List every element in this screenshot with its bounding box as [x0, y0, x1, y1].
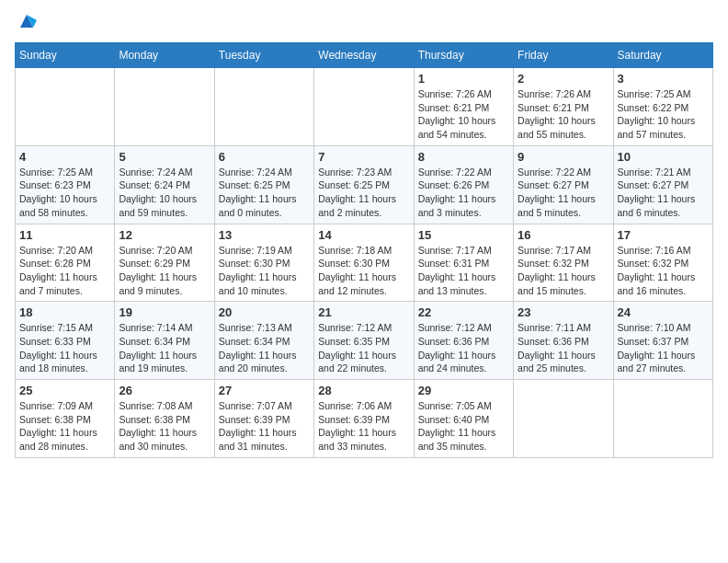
day-info: Sunrise: 7:25 AMSunset: 6:23 PMDaylight:… — [19, 166, 110, 220]
calendar-cell: 25Sunrise: 7:09 AMSunset: 6:38 PMDayligh… — [16, 380, 115, 458]
day-info: Sunrise: 7:05 AMSunset: 6:40 PMDaylight:… — [418, 399, 509, 454]
day-number: 12 — [119, 228, 210, 242]
day-number: 6 — [219, 150, 310, 164]
calendar-cell — [514, 380, 613, 458]
logo — [15, 15, 37, 31]
day-info: Sunrise: 7:21 AMSunset: 6:27 PMDaylight:… — [618, 166, 709, 220]
calendar-cell: 8Sunrise: 7:22 AMSunset: 6:26 PMDaylight… — [414, 145, 513, 224]
day-number: 11 — [19, 228, 110, 242]
day-info: Sunrise: 7:24 AMSunset: 6:25 PMDaylight:… — [219, 166, 310, 220]
day-info: Sunrise: 7:14 AMSunset: 6:34 PMDaylight:… — [119, 321, 210, 375]
day-info: Sunrise: 7:12 AMSunset: 6:36 PMDaylight:… — [418, 321, 509, 375]
logo-icon — [17, 11, 37, 31]
day-number: 24 — [618, 305, 709, 319]
day-number: 4 — [19, 150, 110, 164]
calendar-cell: 7Sunrise: 7:23 AMSunset: 6:25 PMDaylight… — [314, 145, 414, 224]
calendar-cell: 9Sunrise: 7:22 AMSunset: 6:27 PMDaylight… — [514, 145, 613, 224]
calendar-cell: 16Sunrise: 7:17 AMSunset: 6:32 PMDayligh… — [514, 224, 613, 302]
day-number: 26 — [119, 384, 210, 397]
day-number: 7 — [318, 150, 409, 164]
day-number: 5 — [119, 150, 210, 164]
day-number: 3 — [618, 72, 709, 86]
calendar-week-row: 18Sunrise: 7:15 AMSunset: 6:33 PMDayligh… — [16, 302, 713, 380]
day-info: Sunrise: 7:10 AMSunset: 6:37 PMDaylight:… — [618, 321, 709, 375]
day-info: Sunrise: 7:17 AMSunset: 6:31 PMDaylight:… — [418, 244, 509, 298]
day-info: Sunrise: 7:25 AMSunset: 6:22 PMDaylight:… — [618, 87, 709, 142]
day-info: Sunrise: 7:19 AMSunset: 6:30 PMDaylight:… — [219, 244, 310, 298]
calendar-cell: 22Sunrise: 7:12 AMSunset: 6:36 PMDayligh… — [414, 302, 513, 380]
day-number: 17 — [618, 228, 709, 242]
day-number: 16 — [518, 228, 609, 242]
calendar-cell: 5Sunrise: 7:24 AMSunset: 6:24 PMDaylight… — [115, 145, 214, 224]
day-info: Sunrise: 7:09 AMSunset: 6:38 PMDaylight:… — [19, 399, 110, 454]
calendar-cell: 2Sunrise: 7:26 AMSunset: 6:21 PMDaylight… — [514, 68, 613, 146]
day-number: 18 — [19, 305, 110, 319]
day-info: Sunrise: 7:12 AMSunset: 6:35 PMDaylight:… — [318, 321, 409, 375]
day-number: 19 — [119, 305, 210, 319]
calendar-cell — [16, 68, 115, 146]
calendar-cell: 23Sunrise: 7:11 AMSunset: 6:36 PMDayligh… — [514, 302, 613, 380]
day-info: Sunrise: 7:06 AMSunset: 6:39 PMDaylight:… — [318, 399, 409, 454]
calendar-cell: 18Sunrise: 7:15 AMSunset: 6:33 PMDayligh… — [16, 302, 115, 380]
day-of-week-header: Wednesday — [314, 43, 414, 68]
day-info: Sunrise: 7:17 AMSunset: 6:32 PMDaylight:… — [518, 244, 609, 298]
day-of-week-header: Friday — [514, 43, 613, 68]
day-info: Sunrise: 7:26 AMSunset: 6:21 PMDaylight:… — [418, 87, 509, 142]
day-of-week-header: Tuesday — [214, 43, 313, 68]
calendar-table: SundayMondayTuesdayWednesdayThursdayFrid… — [15, 42, 713, 458]
calendar-cell: 12Sunrise: 7:20 AMSunset: 6:29 PMDayligh… — [115, 224, 214, 302]
calendar-cell: 13Sunrise: 7:19 AMSunset: 6:30 PMDayligh… — [214, 224, 313, 302]
day-info: Sunrise: 7:15 AMSunset: 6:33 PMDaylight:… — [19, 321, 110, 375]
calendar-week-row: 25Sunrise: 7:09 AMSunset: 6:38 PMDayligh… — [16, 380, 713, 458]
calendar-cell — [115, 68, 214, 146]
page-header — [15, 15, 713, 31]
calendar-cell: 21Sunrise: 7:12 AMSunset: 6:35 PMDayligh… — [314, 302, 414, 380]
day-of-week-header: Sunday — [16, 43, 115, 68]
day-number: 29 — [418, 384, 509, 397]
calendar-week-row: 11Sunrise: 7:20 AMSunset: 6:28 PMDayligh… — [16, 224, 713, 302]
day-number: 21 — [318, 305, 409, 319]
day-number: 25 — [19, 384, 110, 397]
day-of-week-header: Thursday — [414, 43, 513, 68]
calendar-cell: 15Sunrise: 7:17 AMSunset: 6:31 PMDayligh… — [414, 224, 513, 302]
calendar-cell: 17Sunrise: 7:16 AMSunset: 6:32 PMDayligh… — [613, 224, 712, 302]
day-info: Sunrise: 7:20 AMSunset: 6:28 PMDaylight:… — [19, 244, 110, 298]
calendar-cell: 14Sunrise: 7:18 AMSunset: 6:30 PMDayligh… — [314, 224, 414, 302]
day-number: 9 — [518, 150, 609, 164]
calendar-cell: 10Sunrise: 7:21 AMSunset: 6:27 PMDayligh… — [613, 145, 712, 224]
calendar-cell: 4Sunrise: 7:25 AMSunset: 6:23 PMDaylight… — [16, 145, 115, 224]
day-number: 14 — [318, 228, 409, 242]
calendar-cell — [314, 68, 414, 146]
calendar-cell: 1Sunrise: 7:26 AMSunset: 6:21 PMDaylight… — [414, 68, 513, 146]
day-number: 8 — [418, 150, 509, 164]
calendar-week-row: 4Sunrise: 7:25 AMSunset: 6:23 PMDaylight… — [16, 145, 713, 224]
day-number: 15 — [418, 228, 509, 242]
day-info: Sunrise: 7:07 AMSunset: 6:39 PMDaylight:… — [219, 399, 310, 454]
calendar-header-row: SundayMondayTuesdayWednesdayThursdayFrid… — [16, 43, 713, 68]
day-info: Sunrise: 7:23 AMSunset: 6:25 PMDaylight:… — [318, 166, 409, 220]
day-number: 10 — [618, 150, 709, 164]
calendar-cell: 27Sunrise: 7:07 AMSunset: 6:39 PMDayligh… — [214, 380, 313, 458]
day-info: Sunrise: 7:08 AMSunset: 6:38 PMDaylight:… — [119, 399, 210, 454]
calendar-cell: 29Sunrise: 7:05 AMSunset: 6:40 PMDayligh… — [414, 380, 513, 458]
day-of-week-header: Monday — [115, 43, 214, 68]
day-info: Sunrise: 7:24 AMSunset: 6:24 PMDaylight:… — [119, 166, 210, 220]
calendar-cell — [214, 68, 313, 146]
calendar-cell: 6Sunrise: 7:24 AMSunset: 6:25 PMDaylight… — [214, 145, 313, 224]
calendar-cell: 11Sunrise: 7:20 AMSunset: 6:28 PMDayligh… — [16, 224, 115, 302]
calendar-cell: 3Sunrise: 7:25 AMSunset: 6:22 PMDaylight… — [613, 68, 712, 146]
day-info: Sunrise: 7:22 AMSunset: 6:26 PMDaylight:… — [418, 166, 509, 220]
day-number: 20 — [219, 305, 310, 319]
calendar-week-row: 1Sunrise: 7:26 AMSunset: 6:21 PMDaylight… — [16, 68, 713, 146]
calendar-cell: 26Sunrise: 7:08 AMSunset: 6:38 PMDayligh… — [115, 380, 214, 458]
day-info: Sunrise: 7:26 AMSunset: 6:21 PMDaylight:… — [518, 87, 609, 142]
day-info: Sunrise: 7:16 AMSunset: 6:32 PMDaylight:… — [618, 244, 709, 298]
calendar-cell: 20Sunrise: 7:13 AMSunset: 6:34 PMDayligh… — [214, 302, 313, 380]
day-number: 2 — [518, 72, 609, 86]
day-number: 27 — [219, 384, 310, 397]
day-number: 1 — [418, 72, 509, 86]
calendar-cell: 28Sunrise: 7:06 AMSunset: 6:39 PMDayligh… — [314, 380, 414, 458]
calendar-cell: 24Sunrise: 7:10 AMSunset: 6:37 PMDayligh… — [613, 302, 712, 380]
day-info: Sunrise: 7:20 AMSunset: 6:29 PMDaylight:… — [119, 244, 210, 298]
day-number: 23 — [518, 305, 609, 319]
